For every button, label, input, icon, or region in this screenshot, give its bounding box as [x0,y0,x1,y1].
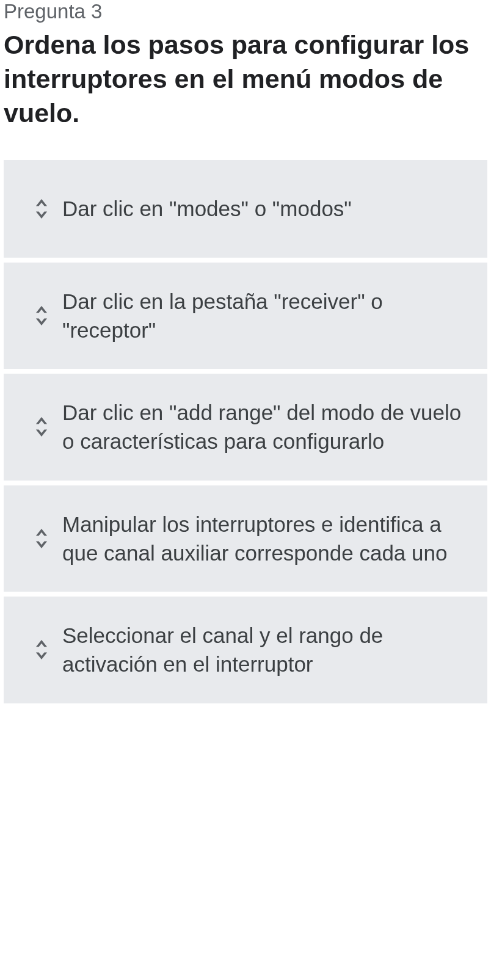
option-item[interactable]: Dar clic en "add range" del modo de vuel… [4,374,487,481]
option-item[interactable]: Seleccionar el canal y el rango de activ… [4,597,487,703]
sort-handle-icon[interactable] [33,199,50,219]
question-text: Ordena los pasos para configurar los int… [4,28,487,131]
option-text: Manipular los interruptores e identifica… [62,510,475,568]
sort-handle-icon[interactable] [33,640,50,659]
option-text: Dar clic en la pestaña "receiver" o "rec… [62,287,475,345]
option-item[interactable]: Manipular los interruptores e identifica… [4,485,487,592]
option-text: Dar clic en "add range" del modo de vuel… [62,398,475,456]
sort-handle-icon[interactable] [33,306,50,325]
option-text: Dar clic en "modes" o "modos" [62,194,475,223]
option-item[interactable]: Dar clic en "modes" o "modos" [4,160,487,258]
sort-handle-icon[interactable] [33,417,50,437]
question-label: Pregunta 3 [4,0,487,23]
options-list: Dar clic en "modes" o "modos" Dar clic e… [4,160,487,703]
option-text: Seleccionar el canal y el rango de activ… [62,621,475,679]
sort-handle-icon[interactable] [33,529,50,548]
option-item[interactable]: Dar clic en la pestaña "receiver" o "rec… [4,263,487,369]
